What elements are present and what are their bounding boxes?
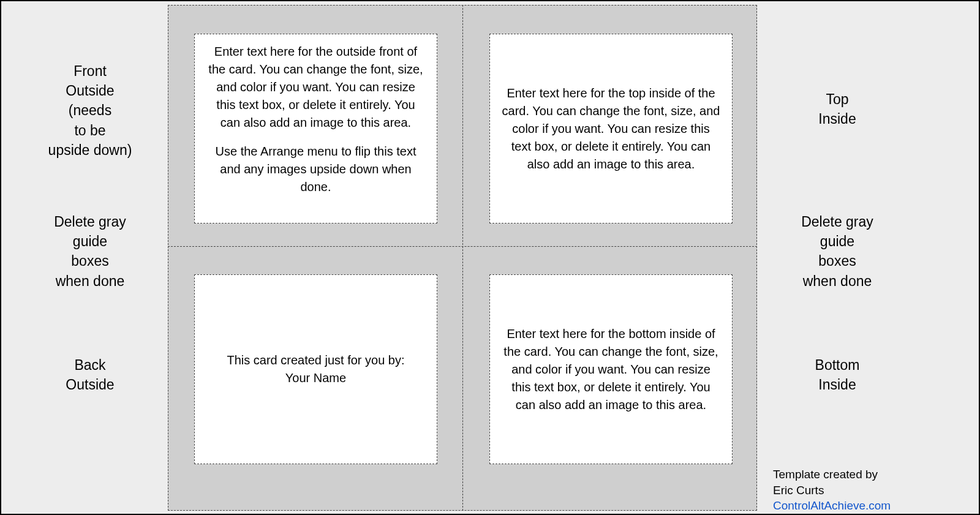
- label-delete-guide-right: Delete gray guide boxes when done: [773, 212, 902, 291]
- textbox-paragraph: Use the Arrange menu to flip this text a…: [206, 143, 426, 196]
- textbox-paragraph: Enter text here for the top inside of th…: [501, 85, 721, 173]
- textbox-paragraph: Enter text here for the bottom inside of…: [501, 325, 721, 414]
- template-credit: Template created by Eric Curts ControlAl…: [773, 467, 891, 514]
- label-bottom-inside: Bottom Inside: [773, 355, 902, 394]
- textbox-back-outside[interactable]: This card created just for you by: Your …: [194, 274, 437, 464]
- textbox-line: Your Name: [206, 369, 426, 387]
- label-front-outside: Front Outside (needs to be upside down): [26, 61, 154, 160]
- spacer: [206, 132, 426, 143]
- textbox-line: This card created just for you by:: [206, 351, 426, 369]
- textbox-paragraph: Enter text here for the outside front of…: [206, 43, 426, 132]
- textbox-top-inside[interactable]: Enter text here for the top inside of th…: [489, 34, 733, 224]
- template-canvas: Enter text here for the outside front of…: [1, 1, 979, 514]
- textbox-bottom-inside[interactable]: Enter text here for the bottom inside of…: [489, 274, 733, 464]
- credit-link[interactable]: ControlAltAchieve.com: [773, 498, 891, 514]
- credit-line: Template created by: [773, 467, 891, 483]
- label-top-inside: Top Inside: [773, 89, 902, 129]
- label-back-outside: Back Outside: [26, 355, 154, 394]
- guide-fold-vertical: [462, 5, 463, 511]
- credit-line: Eric Curts: [773, 483, 891, 498]
- textbox-front-outside[interactable]: Enter text here for the outside front of…: [194, 34, 437, 224]
- label-delete-guide-left: Delete gray guide boxes when done: [26, 212, 154, 291]
